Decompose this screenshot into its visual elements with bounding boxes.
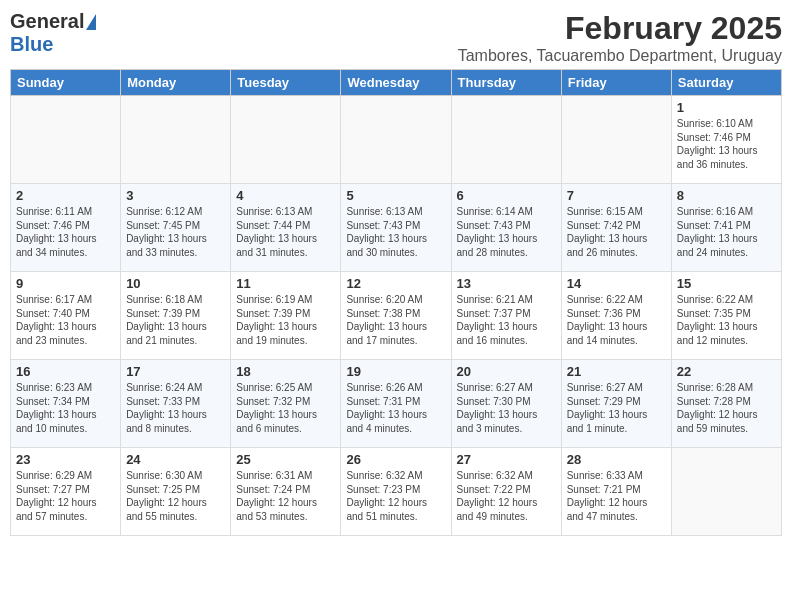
day-number: 2 — [16, 188, 115, 203]
logo-blue: Blue — [10, 33, 53, 56]
calendar-cell: 9Sunrise: 6:17 AM Sunset: 7:40 PM Daylig… — [11, 272, 121, 360]
calendar-table: SundayMondayTuesdayWednesdayThursdayFrid… — [10, 69, 782, 536]
day-info: Sunrise: 6:30 AM Sunset: 7:25 PM Dayligh… — [126, 469, 225, 523]
day-number: 24 — [126, 452, 225, 467]
calendar-cell: 24Sunrise: 6:30 AM Sunset: 7:25 PM Dayli… — [121, 448, 231, 536]
day-info: Sunrise: 6:29 AM Sunset: 7:27 PM Dayligh… — [16, 469, 115, 523]
day-info: Sunrise: 6:27 AM Sunset: 7:29 PM Dayligh… — [567, 381, 666, 435]
title-block: February 2025 Tambores, Tacuarembo Depar… — [458, 10, 782, 65]
calendar-cell: 4Sunrise: 6:13 AM Sunset: 7:44 PM Daylig… — [231, 184, 341, 272]
weekday-header-sunday: Sunday — [11, 70, 121, 96]
calendar-cell: 15Sunrise: 6:22 AM Sunset: 7:35 PM Dayli… — [671, 272, 781, 360]
day-info: Sunrise: 6:27 AM Sunset: 7:30 PM Dayligh… — [457, 381, 556, 435]
day-number: 15 — [677, 276, 776, 291]
calendar-cell: 5Sunrise: 6:13 AM Sunset: 7:43 PM Daylig… — [341, 184, 451, 272]
calendar-week-row: 2Sunrise: 6:11 AM Sunset: 7:46 PM Daylig… — [11, 184, 782, 272]
calendar-cell — [451, 96, 561, 184]
day-info: Sunrise: 6:31 AM Sunset: 7:24 PM Dayligh… — [236, 469, 335, 523]
weekday-header-wednesday: Wednesday — [341, 70, 451, 96]
calendar-cell: 22Sunrise: 6:28 AM Sunset: 7:28 PM Dayli… — [671, 360, 781, 448]
calendar-cell: 25Sunrise: 6:31 AM Sunset: 7:24 PM Dayli… — [231, 448, 341, 536]
day-info: Sunrise: 6:17 AM Sunset: 7:40 PM Dayligh… — [16, 293, 115, 347]
day-info: Sunrise: 6:20 AM Sunset: 7:38 PM Dayligh… — [346, 293, 445, 347]
weekday-header-friday: Friday — [561, 70, 671, 96]
day-info: Sunrise: 6:14 AM Sunset: 7:43 PM Dayligh… — [457, 205, 556, 259]
calendar-cell: 7Sunrise: 6:15 AM Sunset: 7:42 PM Daylig… — [561, 184, 671, 272]
calendar-cell — [121, 96, 231, 184]
weekday-header-tuesday: Tuesday — [231, 70, 341, 96]
calendar-cell: 11Sunrise: 6:19 AM Sunset: 7:39 PM Dayli… — [231, 272, 341, 360]
day-info: Sunrise: 6:21 AM Sunset: 7:37 PM Dayligh… — [457, 293, 556, 347]
calendar-cell: 10Sunrise: 6:18 AM Sunset: 7:39 PM Dayli… — [121, 272, 231, 360]
day-number: 12 — [346, 276, 445, 291]
page-header: General Blue February 2025 Tambores, Tac… — [10, 10, 782, 65]
day-number: 25 — [236, 452, 335, 467]
day-info: Sunrise: 6:12 AM Sunset: 7:45 PM Dayligh… — [126, 205, 225, 259]
month-year-title: February 2025 — [458, 10, 782, 47]
day-number: 27 — [457, 452, 556, 467]
calendar-cell: 21Sunrise: 6:27 AM Sunset: 7:29 PM Dayli… — [561, 360, 671, 448]
calendar-cell: 3Sunrise: 6:12 AM Sunset: 7:45 PM Daylig… — [121, 184, 231, 272]
day-number: 13 — [457, 276, 556, 291]
day-number: 3 — [126, 188, 225, 203]
day-number: 8 — [677, 188, 776, 203]
calendar-cell: 17Sunrise: 6:24 AM Sunset: 7:33 PM Dayli… — [121, 360, 231, 448]
calendar-cell — [341, 96, 451, 184]
day-info: Sunrise: 6:22 AM Sunset: 7:35 PM Dayligh… — [677, 293, 776, 347]
day-number: 4 — [236, 188, 335, 203]
day-number: 11 — [236, 276, 335, 291]
calendar-week-row: 9Sunrise: 6:17 AM Sunset: 7:40 PM Daylig… — [11, 272, 782, 360]
calendar-cell — [671, 448, 781, 536]
day-info: Sunrise: 6:32 AM Sunset: 7:23 PM Dayligh… — [346, 469, 445, 523]
weekday-header-saturday: Saturday — [671, 70, 781, 96]
weekday-header-thursday: Thursday — [451, 70, 561, 96]
calendar-cell: 14Sunrise: 6:22 AM Sunset: 7:36 PM Dayli… — [561, 272, 671, 360]
day-info: Sunrise: 6:22 AM Sunset: 7:36 PM Dayligh… — [567, 293, 666, 347]
calendar-cell — [561, 96, 671, 184]
day-number: 10 — [126, 276, 225, 291]
day-number: 22 — [677, 364, 776, 379]
day-number: 5 — [346, 188, 445, 203]
calendar-cell: 23Sunrise: 6:29 AM Sunset: 7:27 PM Dayli… — [11, 448, 121, 536]
day-info: Sunrise: 6:24 AM Sunset: 7:33 PM Dayligh… — [126, 381, 225, 435]
day-info: Sunrise: 6:13 AM Sunset: 7:44 PM Dayligh… — [236, 205, 335, 259]
day-info: Sunrise: 6:25 AM Sunset: 7:32 PM Dayligh… — [236, 381, 335, 435]
calendar-cell — [11, 96, 121, 184]
day-info: Sunrise: 6:23 AM Sunset: 7:34 PM Dayligh… — [16, 381, 115, 435]
day-number: 28 — [567, 452, 666, 467]
calendar-cell: 8Sunrise: 6:16 AM Sunset: 7:41 PM Daylig… — [671, 184, 781, 272]
day-number: 21 — [567, 364, 666, 379]
calendar-cell: 16Sunrise: 6:23 AM Sunset: 7:34 PM Dayli… — [11, 360, 121, 448]
day-info: Sunrise: 6:18 AM Sunset: 7:39 PM Dayligh… — [126, 293, 225, 347]
day-info: Sunrise: 6:13 AM Sunset: 7:43 PM Dayligh… — [346, 205, 445, 259]
weekday-header-row: SundayMondayTuesdayWednesdayThursdayFrid… — [11, 70, 782, 96]
calendar-cell: 2Sunrise: 6:11 AM Sunset: 7:46 PM Daylig… — [11, 184, 121, 272]
calendar-cell: 18Sunrise: 6:25 AM Sunset: 7:32 PM Dayli… — [231, 360, 341, 448]
day-info: Sunrise: 6:11 AM Sunset: 7:46 PM Dayligh… — [16, 205, 115, 259]
calendar-cell: 12Sunrise: 6:20 AM Sunset: 7:38 PM Dayli… — [341, 272, 451, 360]
calendar-cell: 1Sunrise: 6:10 AM Sunset: 7:46 PM Daylig… — [671, 96, 781, 184]
day-number: 6 — [457, 188, 556, 203]
calendar-cell: 20Sunrise: 6:27 AM Sunset: 7:30 PM Dayli… — [451, 360, 561, 448]
day-info: Sunrise: 6:15 AM Sunset: 7:42 PM Dayligh… — [567, 205, 666, 259]
day-number: 20 — [457, 364, 556, 379]
calendar-week-row: 1Sunrise: 6:10 AM Sunset: 7:46 PM Daylig… — [11, 96, 782, 184]
calendar-cell: 27Sunrise: 6:32 AM Sunset: 7:22 PM Dayli… — [451, 448, 561, 536]
logo-general: General — [10, 10, 84, 33]
calendar-week-row: 16Sunrise: 6:23 AM Sunset: 7:34 PM Dayli… — [11, 360, 782, 448]
day-number: 16 — [16, 364, 115, 379]
day-info: Sunrise: 6:19 AM Sunset: 7:39 PM Dayligh… — [236, 293, 335, 347]
weekday-header-monday: Monday — [121, 70, 231, 96]
location-subtitle: Tambores, Tacuarembo Department, Uruguay — [458, 47, 782, 65]
day-number: 23 — [16, 452, 115, 467]
day-number: 14 — [567, 276, 666, 291]
calendar-week-row: 23Sunrise: 6:29 AM Sunset: 7:27 PM Dayli… — [11, 448, 782, 536]
day-info: Sunrise: 6:10 AM Sunset: 7:46 PM Dayligh… — [677, 117, 776, 171]
calendar-cell: 13Sunrise: 6:21 AM Sunset: 7:37 PM Dayli… — [451, 272, 561, 360]
calendar-cell: 26Sunrise: 6:32 AM Sunset: 7:23 PM Dayli… — [341, 448, 451, 536]
day-number: 9 — [16, 276, 115, 291]
calendar-cell: 28Sunrise: 6:33 AM Sunset: 7:21 PM Dayli… — [561, 448, 671, 536]
calendar-cell: 19Sunrise: 6:26 AM Sunset: 7:31 PM Dayli… — [341, 360, 451, 448]
day-info: Sunrise: 6:32 AM Sunset: 7:22 PM Dayligh… — [457, 469, 556, 523]
day-info: Sunrise: 6:26 AM Sunset: 7:31 PM Dayligh… — [346, 381, 445, 435]
